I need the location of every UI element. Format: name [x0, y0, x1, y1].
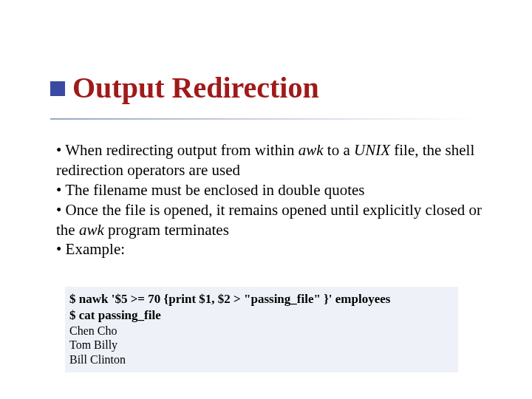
- bullet-2-text: The filename must be enclosed in double …: [65, 181, 364, 199]
- slide: Output Redirection • When redirecting ou…: [0, 0, 532, 399]
- bullet-4-text: Example:: [66, 240, 125, 258]
- bullet-1-awk: awk: [299, 141, 324, 159]
- title-row: Output Redirection: [50, 72, 502, 103]
- bullet-3: • Once the file is opened, it remains op…: [56, 200, 502, 240]
- bullet-3-post: program terminates: [104, 221, 229, 239]
- body-text: • When redirecting output from within aw…: [56, 140, 502, 259]
- bullet-1-unix: UNIX: [354, 141, 390, 159]
- title-underline: [50, 118, 479, 120]
- bullet-4: • Example:: [56, 239, 502, 259]
- bullet-1-pre: When redirecting output from within: [65, 141, 299, 159]
- title-bullet-square: [50, 81, 65, 96]
- slide-title: Output Redirection: [72, 72, 319, 103]
- bullet-1-mid: to a: [324, 141, 354, 159]
- code-line-2: $ cat passing_file: [69, 307, 454, 324]
- bullet-2: • The filename must be enclosed in doubl…: [56, 180, 502, 200]
- output-line-1: Chen Cho: [69, 324, 454, 338]
- bullet-3-awk: awk: [79, 221, 104, 239]
- output-line-3: Bill Clinton: [69, 352, 454, 367]
- code-line-1: $ nawk '$5 >= 70 {print $1, $2 > "passin…: [69, 291, 454, 307]
- bullet-1: • When redirecting output from within aw…: [56, 140, 502, 180]
- output-line-2: Tom Billy: [69, 338, 454, 352]
- code-example-box: $ nawk '$5 >= 70 {print $1, $2 > "passin…: [65, 287, 458, 372]
